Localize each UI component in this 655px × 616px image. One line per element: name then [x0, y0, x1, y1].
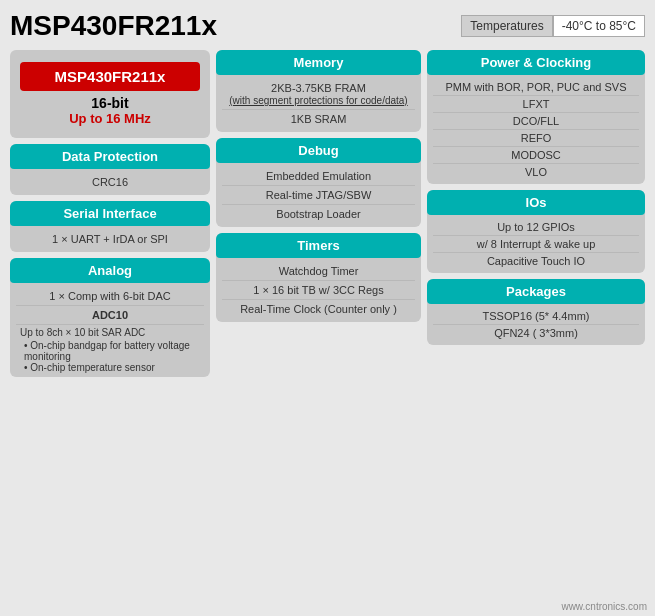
memory-item-2: 1KB SRAM — [222, 110, 415, 128]
analog-header: Analog — [10, 258, 210, 283]
power-clocking-header: Power & Clocking — [427, 50, 645, 75]
analog-adc: ADC10 — [16, 306, 204, 325]
packages-section: Packages TSSOP16 (5* 4.4mm) QFN24 ( 3*3m… — [427, 279, 645, 345]
data-protection-section: Data Protection CRC16 — [10, 144, 210, 195]
data-protection-body: CRC16 — [10, 169, 210, 195]
main-title: MSP430FR211x — [10, 10, 217, 42]
serial-interface-item-0: 1 × UART + IrDA or SPI — [16, 230, 204, 248]
col-right: Power & Clocking PMM with BOR, POR, PUC … — [427, 50, 645, 615]
power-clocking-section: Power & Clocking PMM with BOR, POR, PUC … — [427, 50, 645, 184]
timers-item-1: 1 × 16 bit TB w/ 3CC Regs — [222, 281, 415, 300]
serial-interface-body: 1 × UART + IrDA or SPI — [10, 226, 210, 252]
debug-header: Debug — [216, 138, 421, 163]
packages-item-1: QFN24 ( 3*3mm) — [433, 325, 639, 341]
content: MSP430FR211x 16-bit Up to 16 MHz Data Pr… — [10, 50, 645, 615]
power-clocking-body: PMM with BOR, POR, PUC and SVS LFXT DCO/… — [427, 75, 645, 184]
analog-bullet-1: On-chip temperature sensor — [24, 362, 204, 373]
memory-section: Memory 2KB-3.75KB FRAM (with segment pro… — [216, 50, 421, 132]
power-item-0: PMM with BOR, POR, PUC and SVS — [433, 79, 639, 96]
analog-body: 1 × Comp with 6-bit DAC ADC10 Up to 8ch … — [10, 283, 210, 377]
analog-adc-desc: Up to 8ch × 10 bit SAR ADC — [16, 325, 204, 340]
serial-interface-header: Serial Interface — [10, 201, 210, 226]
timers-header: Timers — [216, 233, 421, 258]
temp-label: Temperatures — [461, 15, 552, 37]
header: MSP430FR211x Temperatures -40°C to 85°C — [10, 10, 645, 42]
debug-item-0: Embedded Emulation — [222, 167, 415, 186]
chip-mhz: Up to 16 MHz — [20, 111, 200, 126]
debug-section: Debug Embedded Emulation Real-time JTAG/… — [216, 138, 421, 227]
temp-value: -40°C to 85°C — [553, 15, 645, 37]
analog-bullet-list: On-chip bandgap for battery voltage moni… — [16, 340, 204, 373]
memory-fram: 2KB-3.75KB FRAM — [271, 82, 366, 94]
ios-header: IOs — [427, 190, 645, 215]
packages-item-0: TSSOP16 (5* 4.4mm) — [433, 308, 639, 325]
data-protection-item-0: CRC16 — [16, 173, 204, 191]
power-item-4: MODOSC — [433, 147, 639, 164]
memory-header: Memory — [216, 50, 421, 75]
analog-section: Analog 1 × Comp with 6-bit DAC ADC10 Up … — [10, 258, 210, 377]
debug-item-2: Bootstrap Loader — [222, 205, 415, 223]
power-item-5: VLO — [433, 164, 639, 180]
analog-item-1: 1 × Comp with 6-bit DAC — [16, 287, 204, 306]
ios-item-0: Up to 12 GPIOs — [433, 219, 639, 236]
watermark: www.cntronics.com — [561, 601, 647, 612]
packages-body: TSSOP16 (5* 4.4mm) QFN24 ( 3*3mm) — [427, 304, 645, 345]
timers-item-2: Real-Time Clock (Counter only ) — [222, 300, 415, 318]
ios-section: IOs Up to 12 GPIOs w/ 8 Interrupt & wake… — [427, 190, 645, 273]
timers-body: Watchdog Timer 1 × 16 bit TB w/ 3CC Regs… — [216, 258, 421, 322]
packages-header: Packages — [427, 279, 645, 304]
temp-box: Temperatures -40°C to 85°C — [461, 15, 645, 37]
debug-item-1: Real-time JTAG/SBW — [222, 186, 415, 205]
memory-body: 2KB-3.75KB FRAM (with segment protection… — [216, 75, 421, 132]
serial-interface-section: Serial Interface 1 × UART + IrDA or SPI — [10, 201, 210, 252]
ios-item-2: Capacitive Touch IO — [433, 253, 639, 269]
analog-bullet-0: On-chip bandgap for battery voltage moni… — [24, 340, 204, 362]
chip-bit: 16-bit — [20, 95, 200, 111]
timers-item-0: Watchdog Timer — [222, 262, 415, 281]
col-center: Memory 2KB-3.75KB FRAM (with segment pro… — [216, 50, 421, 615]
power-item-3: REFO — [433, 130, 639, 147]
debug-body: Embedded Emulation Real-time JTAG/SBW Bo… — [216, 163, 421, 227]
page: MSP430FR211x Temperatures -40°C to 85°C … — [0, 0, 655, 616]
ios-item-1: w/ 8 Interrupt & wake up — [433, 236, 639, 253]
memory-item-1: 2KB-3.75KB FRAM (with segment protection… — [222, 79, 415, 110]
power-item-2: DCO/FLL — [433, 113, 639, 130]
col-left: MSP430FR211x 16-bit Up to 16 MHz Data Pr… — [10, 50, 210, 615]
timers-section: Timers Watchdog Timer 1 × 16 bit TB w/ 3… — [216, 233, 421, 322]
chip-name: MSP430FR211x — [20, 62, 200, 91]
data-protection-header: Data Protection — [10, 144, 210, 169]
ios-body: Up to 12 GPIOs w/ 8 Interrupt & wake up … — [427, 215, 645, 273]
power-item-1: LFXT — [433, 96, 639, 113]
memory-fram-sub: (with segment protections for code/data) — [229, 95, 407, 106]
chip-box: MSP430FR211x 16-bit Up to 16 MHz — [10, 50, 210, 138]
